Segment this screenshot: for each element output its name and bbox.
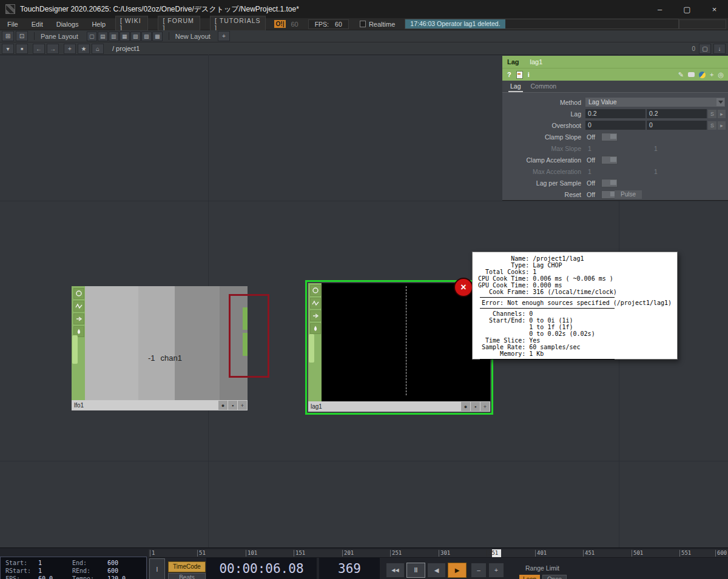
network-path[interactable]: / project1 <box>112 45 140 52</box>
comment-icon[interactable] <box>688 72 695 77</box>
edit-pencil-icon[interactable]: ✎ <box>678 71 684 79</box>
stop-icon[interactable]: ■ <box>16 44 28 54</box>
pane-menu-icon[interactable]: ▾ <box>2 44 14 54</box>
tab-common[interactable]: Common <box>529 81 559 92</box>
selection-rectangle <box>229 294 269 378</box>
rstart-value[interactable]: 1 <box>38 567 42 574</box>
lag-per-sample-toggle[interactable] <box>601 179 618 187</box>
viewer-toggle-icon[interactable] <box>310 285 321 296</box>
node-expand-icon[interactable]: + <box>480 402 490 411</box>
node-resize-icon[interactable]: ▪ <box>228 401 237 410</box>
tab-lag[interactable]: Lag <box>508 81 523 92</box>
pane-grid-icon[interactable]: ⊞ <box>2 31 14 41</box>
layout-preset-icon[interactable]: ▨ <box>141 32 152 41</box>
fps-value: 60 <box>335 21 342 28</box>
layout-preset-icon[interactable]: ▢ <box>87 32 97 41</box>
pane-export-icon[interactable]: ⊡ <box>16 31 28 41</box>
lag-value-field-2[interactable]: 0.2 <box>647 109 707 118</box>
expand-arrow-button[interactable]: ▸ <box>718 110 726 118</box>
lag1-chop-viewer[interactable] <box>322 283 490 401</box>
home-icon[interactable]: ⌂ <box>92 44 104 54</box>
minimize-button[interactable]: – <box>646 0 673 18</box>
layout-preset-icon[interactable]: ▤ <box>98 32 108 41</box>
bookmark-star-icon[interactable]: ★ <box>78 44 90 54</box>
performance-monitor-badge[interactable]: O!| <box>274 20 286 28</box>
node-lfo1[interactable]: -1 chan1 lfo1 ● ▪ + <box>72 286 248 410</box>
graph-wave-icon[interactable] <box>73 301 84 312</box>
bypass-drop-icon[interactable] <box>310 323 321 334</box>
play-forward-icon[interactable]: ▶ <box>448 563 467 578</box>
method-dropdown[interactable]: Lag Value <box>585 98 725 107</box>
add-parameter-icon[interactable]: + <box>710 71 713 78</box>
timecode-display[interactable]: 00:00:06.08 <box>206 558 317 579</box>
python-help-icon[interactable] <box>516 71 523 79</box>
maximize-button[interactable]: ▢ <box>673 0 701 18</box>
forward-icon[interactable]: → <box>47 44 59 54</box>
slider-button[interactable]: S <box>708 121 716 130</box>
node-resize-icon[interactable]: ▪ <box>471 402 480 411</box>
tempo-value[interactable]: 120.0 <box>107 575 126 579</box>
export-arrow-icon[interactable] <box>73 313 84 324</box>
start-value[interactable]: 1 <box>38 560 42 566</box>
slider-button[interactable]: S <box>708 110 716 118</box>
step-forward-icon[interactable]: + <box>488 563 504 578</box>
help-icon[interactable]: ? <box>507 71 511 78</box>
lag1-name-bar: lag1 ● ▪ + <box>308 401 490 412</box>
go-to-start-icon[interactable]: ◀◀ <box>386 563 405 578</box>
python-globe-icon[interactable] <box>699 72 706 78</box>
language-bullseye-icon[interactable]: ◎ <box>718 71 724 79</box>
timecode-button[interactable]: TimeCode <box>168 561 206 572</box>
step-back-icon[interactable]: – <box>471 563 487 578</box>
node-expand-icon[interactable]: + <box>238 401 247 410</box>
menu-bar: File Edit Dialogs Help [ WIKI ] [ FORUM … <box>0 18 728 30</box>
play-backward-icon[interactable]: ◀ <box>427 563 446 578</box>
add-layout-button[interactable]: + <box>218 31 230 41</box>
menu-dialogs[interactable]: Dialogs <box>56 21 79 28</box>
beats-button[interactable]: Beats <box>168 573 206 579</box>
layout-preset-icon[interactable]: ▦ <box>120 32 130 41</box>
fps-value[interactable]: 60.0 <box>38 575 53 579</box>
overshoot-value-field-1[interactable]: 0 <box>585 121 645 130</box>
overshoot-value-field-2[interactable]: 0 <box>647 121 707 130</box>
clamp-slope-toggle[interactable] <box>601 133 618 141</box>
clamp-acceleration-toggle[interactable] <box>601 156 618 164</box>
menu-edit[interactable]: Edit <box>32 21 43 28</box>
layout-preset-icon[interactable]: ▧ <box>130 32 141 41</box>
once-button[interactable]: Once <box>542 575 567 579</box>
info-icon[interactable]: i <box>528 71 530 78</box>
export-arrow-icon[interactable] <box>310 310 321 321</box>
node-active-flag[interactable] <box>309 334 314 363</box>
realtime-label: Realtime <box>369 21 395 28</box>
end-value[interactable]: 600 <box>107 560 118 566</box>
node-active-flag[interactable] <box>72 335 78 364</box>
pulse-button[interactable]: Pulse <box>615 190 642 199</box>
expand-arrow-button[interactable]: ▸ <box>718 121 726 130</box>
lag-value-field-1[interactable]: 0.2 <box>585 109 645 118</box>
param-label: Reset <box>502 191 585 198</box>
layout-preset-icon[interactable]: ▥ <box>109 32 119 41</box>
collapse-pane-icon[interactable]: ↓ <box>713 44 726 54</box>
independent-time-button[interactable]: I <box>149 558 165 579</box>
menu-file[interactable]: File <box>7 21 18 28</box>
lag1-body: lag1 ● ▪ + <box>308 283 490 412</box>
pause-icon[interactable]: II <box>406 563 425 578</box>
graph-wave-icon[interactable] <box>310 298 321 309</box>
node-viewer-dot-icon[interactable]: ● <box>461 402 470 411</box>
close-button[interactable]: × <box>701 0 728 18</box>
realtime-checkbox[interactable] <box>360 21 366 27</box>
viewer-toggle-icon[interactable] <box>73 288 84 299</box>
rend-value[interactable]: 600 <box>107 567 118 574</box>
lfo1-chop-viewer[interactable] <box>85 286 248 400</box>
back-icon[interactable]: ← <box>33 44 45 54</box>
frame-display[interactable]: 369 <box>319 558 380 579</box>
layout-preset-icon[interactable]: ▩ <box>152 32 163 41</box>
add-icon[interactable]: + <box>64 44 76 54</box>
menu-help[interactable]: Help <box>92 21 106 28</box>
maximize-pane-icon[interactable]: ▢ <box>699 44 711 54</box>
loop-button[interactable]: Loop <box>519 575 540 579</box>
node-viewer-dot-icon[interactable]: ● <box>218 401 228 410</box>
error-badge-icon[interactable]: × <box>454 278 473 297</box>
node-lag1[interactable]: lag1 ● ▪ + <box>305 280 493 415</box>
operator-name-field[interactable]: lag1 <box>530 58 543 65</box>
timeline-ruler[interactable]: 1 51 101 151 201 251 301 351 401 451 501… <box>149 549 728 558</box>
